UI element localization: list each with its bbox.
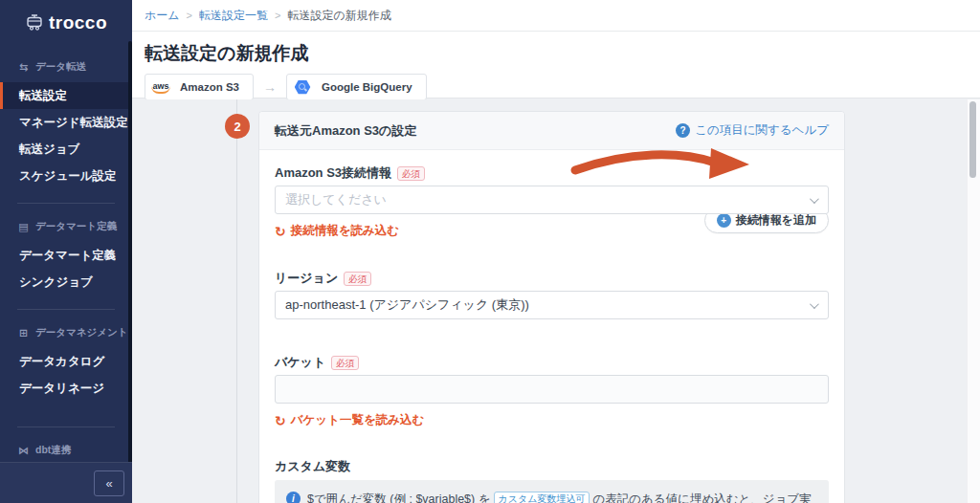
breadcrumb-home-link[interactable]: ホーム (145, 8, 180, 24)
region-select[interactable]: ap-northeast-1 (アジアパシフィック (東京)) (275, 291, 829, 319)
required-badge: 必須 (397, 166, 425, 181)
app-logo-text: trocco (49, 12, 107, 33)
page-header: 転送設定の新規作成 aws Amazon S3 → Google BigQuer… (132, 32, 980, 98)
sidebar-scrollbar[interactable] (128, 41, 132, 464)
add-connection-label: 接続情報を追加 (736, 212, 816, 229)
step-timeline-line (236, 99, 237, 503)
sidebar-bottom-bar: « (0, 462, 132, 503)
required-badge: 必須 (344, 272, 371, 286)
sidebar-item-sync-jobs[interactable]: シンクジョブ (0, 269, 132, 295)
card-title: 転送元Amazon S3の設定 (275, 122, 416, 140)
sidebar-section-data-transfer: ⇆ データ転送 (0, 57, 132, 77)
sidebar-item-schedule-settings[interactable]: スケジュール設定 (0, 163, 132, 189)
sidebar-section-label: データ転送 (35, 60, 86, 74)
info-icon: i (286, 492, 301, 503)
app-logo[interactable]: trocco (0, 0, 132, 46)
sidebar-item-transfer-jobs[interactable]: 転送ジョブ (0, 136, 132, 163)
custom-vars-label: カスタム変数 (275, 458, 829, 475)
transfer-icon: ⇆ (17, 61, 30, 74)
target-connector-name: Google BigQuery (322, 81, 412, 93)
reload-connections-link[interactable]: ↻ 接続情報を読み込む (275, 223, 399, 239)
datamart-icon: ▤ (17, 221, 30, 233)
region-label-text: リージョン (275, 270, 338, 287)
connection-field-label: Amazon S3接続情報 必須 (275, 164, 829, 182)
reload-buckets-link[interactable]: ↻ バケット一覧を読み込む (275, 412, 424, 428)
region-select-value: ap-northeast-1 (アジアパシフィック (東京)) (285, 296, 529, 314)
sidebar-section-data-management: ⊞ データマネジメント (0, 323, 132, 342)
reload-buckets-label: バケット一覧を読み込む (291, 412, 425, 428)
sidebar-divider (17, 426, 115, 427)
trocco-logo-icon (25, 14, 44, 32)
source-connector-chip: aws Amazon S3 (145, 74, 254, 100)
connector-chips: aws Amazon S3 → Google BigQuery (145, 74, 980, 100)
aws-logo-icon: aws (145, 75, 176, 99)
breadcrumb: ホーム > 転送設定一覧 > 転送設定の新規作成 (132, 0, 980, 32)
chevron-down-icon (810, 194, 819, 204)
sidebar-item-datamart-definitions[interactable]: データマート定義 (0, 242, 132, 269)
sidebar-section-label: データマネジメント (35, 326, 127, 339)
sidebar-section-label: データマート定義 (35, 220, 117, 233)
required-badge: 必須 (331, 356, 359, 370)
bigquery-logo-icon (287, 75, 318, 99)
breadcrumb-current-page: 転送設定の新規作成 (287, 8, 390, 24)
page-scrollbar-track[interactable] (967, 99, 980, 503)
sidebar-item-data-lineage[interactable]: データリネージ (0, 375, 132, 402)
content-area: 2 転送元Amazon S3の設定 ? この項目に関するヘルプ + 接続情報を追… (132, 99, 980, 503)
step-number-badge: 2 (225, 114, 250, 139)
help-icon: ? (676, 123, 690, 138)
sidebar-item-transfer-settings[interactable]: 転送設定 (0, 82, 132, 109)
section-help-link[interactable]: ? この項目に関するヘルプ (676, 122, 829, 139)
page-scrollbar-thumb[interactable] (969, 101, 976, 178)
custom-var-embeddable-badge: カスタム変数埋込可 (494, 492, 590, 503)
page-title: 転送設定の新規作成 (145, 41, 980, 66)
arrow-right-icon: → (263, 79, 277, 95)
refresh-icon: ↻ (275, 415, 286, 426)
custom-vars-label-text: カスタム変数 (275, 458, 350, 475)
info-text-prefix: $で囲んだ変数 (例 : $variable$) を (307, 492, 491, 503)
refresh-icon: ↻ (275, 226, 286, 237)
target-connector-chip: Google BigQuery (286, 74, 427, 100)
sidebar-section-label: dbt連携 (35, 444, 71, 457)
source-connector-name: Amazon S3 (180, 81, 239, 93)
breadcrumb-separator-icon: > (187, 10, 192, 21)
bucket-label-text: バケット (275, 354, 325, 371)
region-field-label: リージョン 必須 (275, 270, 829, 287)
sidebar-nav: ⇆ データ転送 転送設定 マネージド転送設定 転送ジョブ スケジュール設定 ▤ … (0, 46, 132, 465)
bucket-input[interactable] (275, 375, 829, 404)
sidebar-collapse-button[interactable]: « (94, 470, 124, 496)
management-icon: ⊞ (17, 327, 30, 339)
source-settings-card: 転送元Amazon S3の設定 ? この項目に関するヘルプ + 接続情報を追加 … (258, 111, 845, 503)
sidebar-divider (17, 309, 115, 310)
sidebar-section-datamart: ▤ データマート定義 (0, 217, 132, 236)
sidebar-item-managed-transfer-settings[interactable]: マネージド転送設定 (0, 109, 132, 136)
main-area: ホーム > 転送設定一覧 > 転送設定の新規作成 転送設定の新規作成 aws A… (132, 0, 980, 503)
connection-label-text: Amazon S3接続情報 (275, 164, 391, 182)
card-header: 転送元Amazon S3の設定 ? この項目に関するヘルプ (259, 112, 844, 150)
plus-icon: + (717, 213, 731, 228)
sidebar-section-dbt: ⋈ dbt連携 (0, 441, 132, 460)
chevron-down-icon (810, 299, 819, 309)
help-link-label: この項目に関するヘルプ (695, 122, 829, 139)
reload-connections-label: 接続情報を読み込む (291, 223, 399, 239)
bucket-field-label: バケット 必須 (275, 354, 829, 371)
sidebar-divider (17, 203, 115, 204)
breadcrumb-transfer-list-link[interactable]: 転送設定一覧 (199, 8, 268, 24)
card-body: + 接続情報を追加 Amazon S3接続情報 必須 選択してください ↻ 接続… (259, 164, 844, 503)
dbt-icon: ⋈ (17, 445, 30, 457)
breadcrumb-separator-icon: > (275, 10, 280, 21)
sidebar-item-data-catalog[interactable]: データカタログ (0, 348, 132, 375)
connection-select[interactable]: 選択してください (275, 186, 829, 214)
sidebar: trocco ⇆ データ転送 転送設定 マネージド転送設定 転送ジョブ スケジュ… (0, 0, 132, 503)
custom-vars-info-box: i $で囲んだ変数 (例 : $variable$) をカスタム変数埋込可の表記… (275, 480, 829, 503)
custom-vars-info-text: $で囲んだ変数 (例 : $variable$) をカスタム変数埋込可の表記のあ… (307, 491, 817, 503)
connection-select-placeholder: 選択してください (285, 191, 387, 208)
